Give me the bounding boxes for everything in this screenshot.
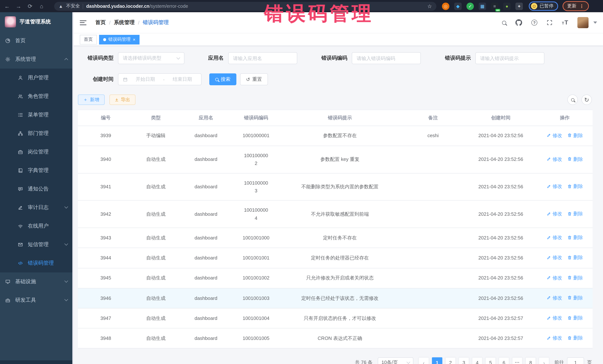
delete-link[interactable]: 删除 [567, 254, 583, 262]
page-button-6[interactable]: 6 [499, 357, 509, 364]
tab-label: 错误码管理 [108, 36, 131, 43]
delete-link[interactable]: 删除 [567, 294, 583, 302]
ext-blue-gem-icon[interactable]: ◆ [454, 2, 462, 10]
sidebar-item-online-users[interactable]: 在线用户 [0, 217, 74, 235]
back-icon[interactable]: ← [4, 3, 10, 9]
search-icon[interactable] [502, 21, 506, 25]
delete-link[interactable]: 删除 [567, 183, 583, 190]
sidebar-item-dict-management[interactable]: 字典管理 [0, 161, 74, 180]
prev-page-button[interactable]: ‹ [418, 357, 429, 364]
home-icon[interactable]: ⌂ [38, 3, 45, 9]
edit-link[interactable]: 修改 [547, 155, 562, 163]
sidebar-item-system-management[interactable]: 系统管理 [0, 50, 74, 69]
sidebar-item-error-code-management[interactable]: 错误码管理 [0, 254, 74, 272]
ext-puzzle-icon[interactable]: + [515, 2, 523, 10]
edit-link[interactable]: 修改 [547, 234, 562, 242]
delete-link[interactable]: 删除 [567, 210, 583, 218]
edit-link[interactable]: 修改 [547, 274, 562, 282]
sidebar-item-notice-announcement[interactable]: 通知公告 [0, 180, 74, 198]
edit-link[interactable]: 修改 [547, 183, 562, 190]
page-button-1[interactable]: 1 [432, 357, 442, 364]
edit-link[interactable]: 修改 [547, 314, 562, 322]
sidebar-item-menu-management[interactable]: 菜单管理 [0, 106, 74, 124]
add-button[interactable]: ＋ 新增 [78, 95, 104, 105]
sidebar-item-sms-management[interactable]: 短信管理 [0, 235, 74, 254]
app-name-input[interactable] [228, 52, 297, 64]
edit-link[interactable]: 修改 [547, 254, 562, 262]
github-icon[interactable] [515, 19, 522, 26]
delete-link[interactable]: 删除 [567, 155, 583, 163]
error-hint-input[interactable] [475, 52, 544, 64]
hamburger-icon[interactable] [80, 20, 86, 25]
row-hint: 只允许修改为开启或者关闭状态 [278, 268, 402, 288]
sidebar-item-role-management[interactable]: 角色管理 [0, 87, 74, 106]
sidebar-item-audit-log[interactable]: 审计日志 [0, 198, 74, 217]
row-code: 1001001004 [234, 308, 278, 328]
sidebar-item-home[interactable]: 首页 [0, 32, 74, 50]
delete-link[interactable]: 删除 [567, 274, 583, 282]
error-code-input[interactable] [352, 52, 421, 64]
delete-label: 删除 [573, 294, 583, 302]
forward-icon[interactable]: → [15, 3, 22, 9]
bookmark-star-icon[interactable]: ☆ [427, 3, 432, 9]
error-type-select[interactable]: 请选择错误码类型 [118, 52, 185, 64]
page-button-5[interactable]: 5 [485, 357, 496, 364]
edit-link[interactable]: 修改 [547, 210, 562, 218]
sidebar-item-label: 研发工具 [15, 297, 36, 304]
tab-error-code[interactable]: 错误码管理× [99, 35, 139, 44]
audit-icon [18, 205, 24, 210]
breadcrumb-item[interactable]: 系统管理 [114, 19, 135, 26]
breadcrumb-item[interactable]: 错误码管理 [143, 19, 169, 26]
sidebar-item-infrastructure[interactable]: 基础设施 [0, 272, 74, 291]
browser-update-button[interactable]: 更新 ⋮ [562, 1, 589, 11]
refresh-table-button[interactable]: ↻ [581, 95, 592, 105]
date-range-picker[interactable]: 开始日期 - 结束日期 [118, 73, 201, 85]
fullscreen-icon[interactable] [547, 20, 553, 26]
goto-page-input[interactable] [567, 357, 584, 364]
page-size-select[interactable]: 10条/页 [378, 357, 413, 364]
extensions-row: ◎◆✓▦≡on●+ [442, 2, 523, 10]
browser-menu-icon[interactable]: ⋮ [580, 3, 584, 9]
export-button[interactable]: 导出 [109, 95, 135, 105]
ext-green-pin-icon[interactable]: ● [503, 2, 510, 10]
ext-green-check-icon[interactable]: ✓ [466, 2, 474, 10]
breadcrumb-item[interactable]: 首页 [95, 19, 106, 26]
search-button[interactable]: 搜索 [209, 73, 236, 85]
delete-link[interactable]: 删除 [567, 334, 583, 342]
page-button-4[interactable]: 4 [472, 357, 482, 364]
tab-home[interactable]: 首页 [80, 35, 97, 44]
page-button-3[interactable]: 3 [459, 357, 469, 364]
security-label[interactable]: 不安全 [66, 3, 80, 9]
show-search-button[interactable] [567, 95, 578, 105]
page-button-8[interactable]: 8 [525, 357, 536, 364]
reload-icon[interactable]: ⟳ [27, 3, 33, 10]
ext-grid-icon[interactable]: ▦ [479, 2, 486, 10]
sidebar-item-label: 首页 [15, 37, 26, 44]
edit-link[interactable]: 修改 [547, 294, 562, 302]
sidebar-item-post-management[interactable]: 岗位管理 [0, 143, 74, 161]
page-button-2[interactable]: 2 [445, 357, 456, 364]
address-bar[interactable]: ▲ 不安全 dashboard.yudao.iocoder.cn/system/… [54, 2, 436, 11]
app-logo-row[interactable]: 芋道管理系统 [0, 12, 74, 32]
close-tab-icon[interactable]: × [133, 37, 135, 42]
delete-link[interactable]: 删除 [567, 314, 583, 322]
ext-orange-ring-icon[interactable]: ◎ [442, 2, 449, 10]
delete-link[interactable]: 删除 [567, 234, 583, 242]
row-app: dashboard [178, 328, 234, 348]
font-size-icon[interactable]: TT [562, 20, 568, 26]
row-actions: 修改删除 [537, 173, 593, 200]
chevron-down-icon[interactable] [593, 22, 597, 24]
profile-paused-pill[interactable]: ☺ 已暂停 [529, 1, 558, 11]
avatar[interactable] [577, 17, 589, 28]
sidebar-item-dept-management[interactable]: 部门管理 [0, 124, 74, 143]
more-pages-button[interactable]: ••• [512, 357, 522, 364]
delete-link[interactable]: 删除 [567, 132, 583, 139]
next-page-button[interactable]: › [539, 357, 549, 364]
sidebar-item-user-management[interactable]: 用户管理 [0, 69, 74, 87]
sidebar-item-dev-tools[interactable]: 研发工具 [0, 291, 74, 309]
help-icon[interactable]: ? [531, 20, 537, 26]
reset-button[interactable]: ↺ 重置 [240, 73, 268, 85]
edit-link[interactable]: 修改 [547, 132, 562, 139]
edit-link[interactable]: 修改 [547, 334, 562, 342]
ext-list-on-icon[interactable]: ≡on [491, 2, 498, 10]
